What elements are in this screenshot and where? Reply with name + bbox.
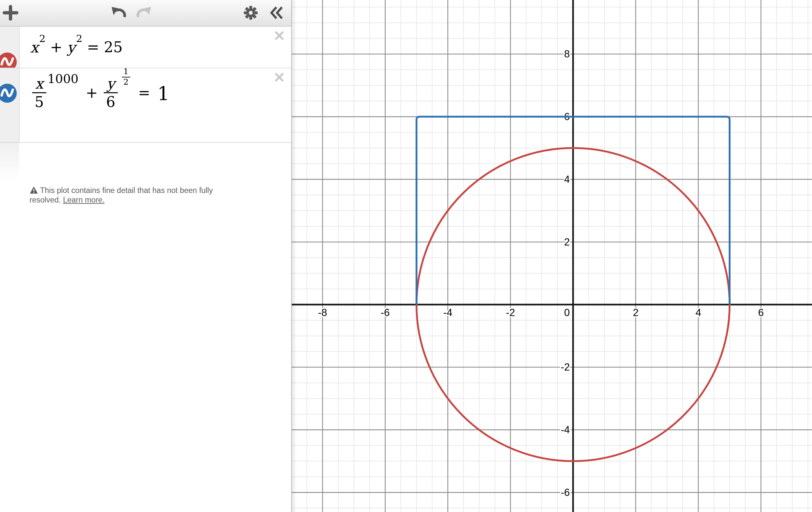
- eq2-rhs: 1: [157, 84, 170, 103]
- collapse-panel-button[interactable]: [268, 5, 284, 21]
- graph-settings-button[interactable]: [243, 5, 259, 21]
- add-expression-button[interactable]: [3, 5, 19, 21]
- graph-canvas[interactable]: -8-6-4-22468642-2-4-60: [292, 0, 812, 512]
- eq2-fraction-1: x 5: [32, 76, 46, 110]
- eq2-frac2-numerator: y: [104, 76, 118, 93]
- expression-panel: x2 + y2 = 25 × x 5 1000 + y 6: [0, 0, 292, 512]
- eq1-equals: =: [87, 38, 99, 56]
- equation-2[interactable]: x 5 1000 + y 6 1 2 = 1: [32, 76, 169, 110]
- expression-toolbar: [0, 0, 291, 27]
- eq1-plus: +: [50, 38, 62, 56]
- eq2-exponent-half: 1 2: [122, 67, 130, 87]
- svg-text:-4: -4: [443, 307, 453, 318]
- svg-text:0: 0: [564, 307, 570, 318]
- expression-2-index-gutter[interactable]: [0, 68, 20, 142]
- redo-arrow-icon: [136, 5, 152, 21]
- svg-text:-2: -2: [560, 361, 570, 373]
- svg-text:-6: -6: [560, 487, 570, 498]
- graph-paper[interactable]: -8-6-4-22468642-2-4-60: [292, 0, 812, 512]
- eq1-term1-exponent: 2: [39, 33, 45, 44]
- plus-icon: [3, 5, 19, 21]
- double-chevron-left-icon: [268, 5, 284, 21]
- eq2-equals: =: [138, 84, 150, 101]
- svg-text:8: 8: [564, 48, 570, 60]
- gear-icon: [243, 5, 259, 21]
- redo-button[interactable]: [136, 5, 152, 21]
- warning-triangle-icon: [30, 186, 38, 194]
- eq2-frac1-denominator: 5: [34, 93, 44, 110]
- equation-1[interactable]: x2 + y2 = 25: [30, 27, 123, 67]
- expression-row-2[interactable]: x 5 1000 + y 6 1 2 = 1 This plot contain…: [0, 68, 291, 143]
- eq1-rhs: 25: [104, 38, 122, 56]
- gutter-fade: [0, 143, 19, 180]
- svg-text:2: 2: [564, 236, 570, 248]
- svg-text:-8: -8: [318, 307, 327, 318]
- svg-text:6: 6: [758, 307, 764, 318]
- eq2-frac1-numerator: x: [32, 76, 46, 93]
- expression-1-index-gutter[interactable]: [0, 27, 20, 67]
- eq2-exp-numerator: 1: [122, 67, 130, 78]
- undo-arrow-icon: [111, 5, 127, 21]
- delete-expression-2-button[interactable]: ×: [272, 69, 287, 84]
- eq1-term2-base: y: [67, 39, 75, 56]
- red-wave-circle-icon[interactable]: [0, 52, 17, 67]
- eq2-fraction-2: y 6: [104, 76, 118, 110]
- resolution-warning: This plot contains fine detail that has …: [30, 186, 236, 205]
- blue-wave-circle-icon[interactable]: [0, 83, 17, 103]
- eq1-term2-exponent: 2: [76, 33, 82, 44]
- svg-text:2: 2: [633, 307, 638, 318]
- svg-text:4: 4: [695, 307, 701, 318]
- eq2-frac2-denominator: 6: [106, 93, 115, 110]
- eq1-term1-base: x: [30, 39, 38, 56]
- learn-more-link[interactable]: Learn more.: [63, 196, 105, 204]
- eq2-exp-denominator: 2: [123, 78, 129, 87]
- svg-text:-4: -4: [560, 424, 570, 435]
- undo-button[interactable]: [111, 5, 127, 21]
- delete-expression-1-button[interactable]: ×: [272, 28, 287, 42]
- svg-text:-2: -2: [506, 307, 515, 318]
- eq2-exponent-1000: 1000: [48, 73, 79, 85]
- expression-row-1[interactable]: x2 + y2 = 25 ×: [0, 27, 291, 68]
- eq2-plus: +: [86, 84, 98, 101]
- svg-text:-6: -6: [381, 307, 390, 318]
- warning-text: This plot contains fine detail that has …: [30, 186, 213, 204]
- svg-text:4: 4: [564, 174, 570, 185]
